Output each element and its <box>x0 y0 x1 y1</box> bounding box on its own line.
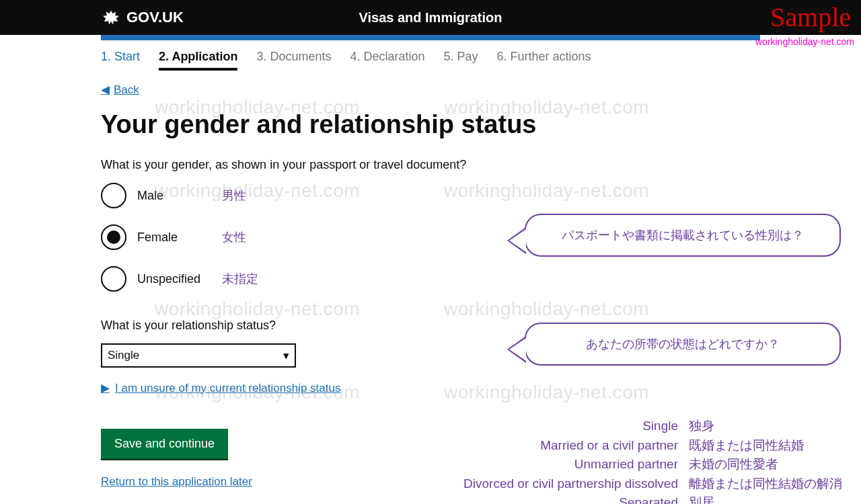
opt-en: Married or a civil partner <box>402 436 678 456</box>
opt-en: Single <box>402 417 678 436</box>
progress-step-application[interactable]: 2. Application <box>159 50 237 71</box>
triangle-left-icon: ◀ <box>101 83 110 97</box>
opt-jp: 離婚または同性結婚の解消 <box>689 474 842 494</box>
opt-jp: 独身 <box>689 417 714 436</box>
radio-label: Male <box>137 189 211 203</box>
radio-female[interactable] <box>101 224 126 250</box>
triangle-right-icon: ▶ <box>101 381 110 395</box>
save-continue-button[interactable]: Save and continue <box>101 429 228 459</box>
watermark: workingholiday-net.com <box>155 298 360 320</box>
jp-annotation: 女性 <box>222 229 246 245</box>
progress-step-further[interactable]: 6. Further actions <box>497 50 591 71</box>
radio-dot-icon <box>107 230 120 244</box>
radio-label: Female <box>137 230 211 245</box>
main-container: workingholiday-net.com workingholiday-ne… <box>101 40 760 504</box>
back-label: Back <box>114 83 139 97</box>
jp-annotation: 未指定 <box>222 271 258 287</box>
radio-row-unspecified: Unspecified 未指定 <box>101 266 760 292</box>
bubble-tail-icon <box>507 336 526 363</box>
radio-row-male: Male 男性 <box>101 183 760 208</box>
progress-step-declaration[interactable]: 4. Declaration <box>350 50 424 71</box>
page-title: Your gender and relationship status <box>101 110 760 139</box>
unsure-label: I am unsure of my current relationship s… <box>115 382 340 395</box>
watermark: workingholiday-net.com <box>444 298 649 320</box>
unsure-details-link[interactable]: ▶ I am unsure of my current relationship… <box>101 381 340 395</box>
progress-step-start[interactable]: 1. Start <box>101 50 140 71</box>
relationship-select[interactable]: Single ▾ <box>101 343 296 368</box>
jp-annotation: 男性 <box>222 187 246 204</box>
bubble-text: あなたの所帯の状態はどれですか？ <box>586 337 780 351</box>
bubble-text: パスポートや書類に掲載されている性別は？ <box>562 228 804 242</box>
sample-overlay: Sample <box>770 1 851 33</box>
bubble-tail-icon <box>507 227 526 254</box>
gender-question: What is your gender, as shown in your pa… <box>101 158 760 172</box>
radio-label: Unspecified <box>137 272 211 286</box>
top-header: GOV.UK Visas and Immigration Sample <box>0 0 861 35</box>
govuk-logo-text: GOV.UK <box>126 9 184 26</box>
opt-jp: 既婚または同性結婚 <box>689 436 804 456</box>
domain-watermark: workingholiday-net.com <box>755 36 854 47</box>
select-value: Single <box>108 349 139 362</box>
site-title: Visas and Immigration <box>359 10 502 26</box>
radio-male[interactable] <box>101 183 126 208</box>
opt-jp: 未婚の同性愛者 <box>689 455 778 474</box>
accent-bar <box>101 35 760 40</box>
govuk-logo[interactable]: GOV.UK <box>101 9 184 26</box>
annotation-bubble-gender: パスポートや書類に掲載されている性別は？ <box>525 214 841 257</box>
progress-step-pay[interactable]: 5. Pay <box>444 50 478 71</box>
relationship-options-legend: Single独身 Married or a civil partner既婚または… <box>402 417 861 504</box>
chevron-down-icon: ▾ <box>283 349 289 363</box>
annotation-bubble-relationship: あなたの所帯の状態はどれですか？ <box>525 323 841 366</box>
progress-step-documents[interactable]: 3. Documents <box>256 50 331 71</box>
opt-en: Separated <box>402 493 678 504</box>
opt-en: Unmarried partner <box>402 455 678 474</box>
opt-en: Divorced or civil partnership dissolved <box>402 474 678 494</box>
crown-icon <box>101 9 121 26</box>
progress-nav: 1. Start 2. Application 3. Documents 4. … <box>101 40 760 77</box>
watermark: workingholiday-net.com <box>444 382 649 403</box>
radio-unspecified[interactable] <box>101 266 126 292</box>
opt-jp: 別居 <box>689 493 714 504</box>
back-link[interactable]: ◀ Back <box>101 83 139 97</box>
